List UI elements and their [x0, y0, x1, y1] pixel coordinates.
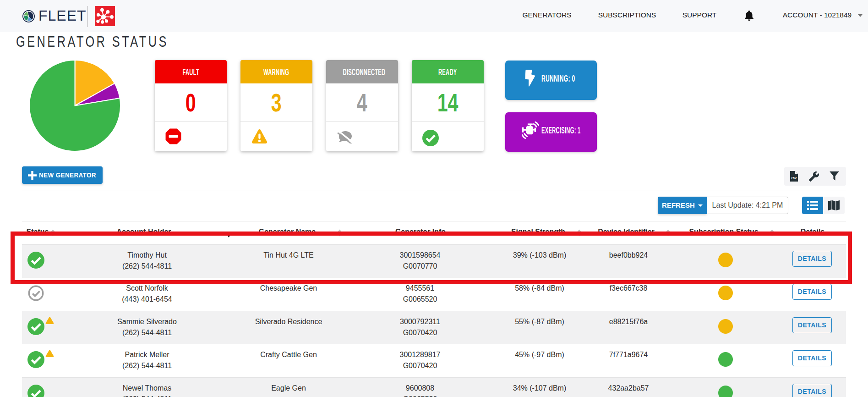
svg-text:CSV: CSV — [791, 176, 797, 180]
